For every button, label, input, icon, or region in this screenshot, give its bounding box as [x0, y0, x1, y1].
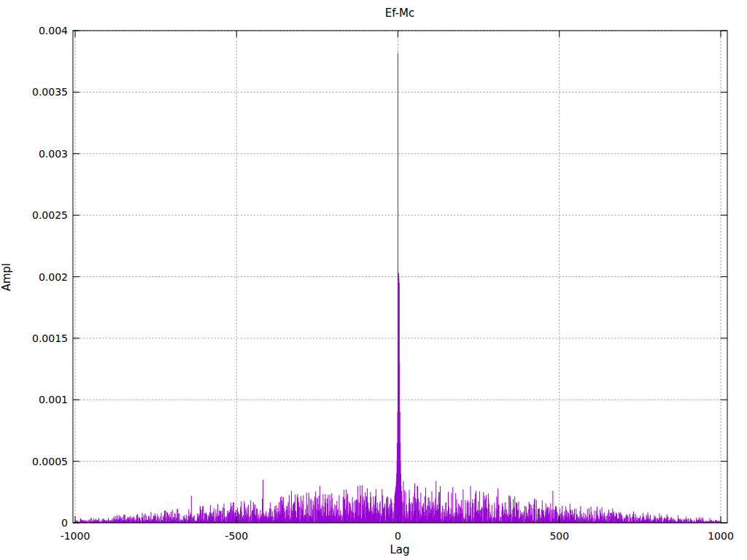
y-tick-label: 0.002 — [39, 271, 68, 283]
x-tick-label: -500 — [225, 530, 248, 542]
x-tick-label: 0 — [395, 530, 401, 542]
y-tick-label: 0.0025 — [32, 209, 68, 221]
y-tick-label: 0.003 — [39, 148, 68, 160]
gnuplot-canvas: -1000-5000500100000.00050.0010.00150.002… — [0, 0, 747, 560]
y-tick-label: 0.004 — [39, 25, 68, 36]
y-tick-label: 0.0005 — [32, 456, 68, 467]
x-tick-label: 500 — [549, 530, 569, 542]
y-tick-label: 0.001 — [39, 394, 68, 405]
tick-labels: -1000-5000500100000.00050.0010.00150.002… — [32, 25, 734, 542]
x-tick-label: -1000 — [61, 530, 90, 542]
y-tick-label: 0.0015 — [32, 332, 68, 344]
correlation-chart: -1000-5000500100000.00050.0010.00150.002… — [0, 0, 747, 560]
x-axis-label: Lag — [390, 543, 409, 556]
y-tick-label: 0.0035 — [32, 86, 68, 98]
x-tick-label: 1000 — [708, 530, 734, 542]
chart-title: Ef-Mc — [385, 7, 415, 20]
y-tick-label: 0 — [61, 517, 68, 529]
y-axis-label: Ampl — [0, 263, 13, 292]
correlation-series — [75, 52, 721, 523]
